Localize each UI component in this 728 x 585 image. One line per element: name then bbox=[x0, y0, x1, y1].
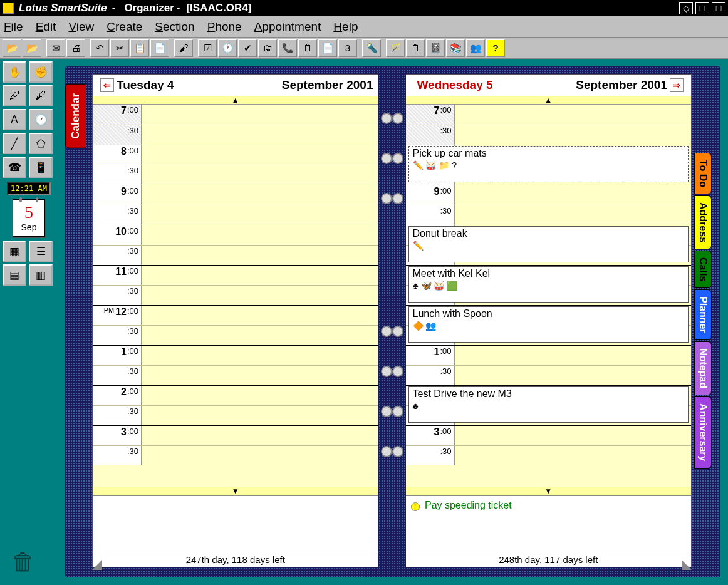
palette-modem-icon[interactable]: 📱 bbox=[29, 157, 53, 178]
palette-line-icon[interactable]: ╱ bbox=[3, 133, 26, 154]
slot-body[interactable] bbox=[455, 205, 692, 225]
toolbar-people-icon[interactable]: 👥 bbox=[466, 39, 485, 57]
menu-file[interactable]: File bbox=[4, 20, 23, 34]
palette-pen2-icon[interactable]: 🖋 bbox=[29, 85, 53, 106]
menu-create[interactable]: Create bbox=[107, 20, 142, 34]
tab-calls[interactable]: Calls bbox=[694, 251, 712, 288]
toolbar-open-folder2-icon[interactable]: 📂 bbox=[23, 39, 41, 57]
notes-area-left[interactable] bbox=[93, 495, 378, 552]
slot-body[interactable] bbox=[142, 326, 378, 345]
toolbar-undo-icon[interactable]: ↶ bbox=[90, 39, 109, 57]
slot-body[interactable] bbox=[142, 386, 378, 405]
note-text[interactable]: Pay speeding ticket bbox=[425, 500, 512, 510]
toolbar-brush-icon[interactable]: 🖌 bbox=[174, 39, 193, 57]
today-card[interactable]: 5 Sep bbox=[13, 199, 45, 237]
slot-body[interactable] bbox=[142, 165, 378, 185]
slot-body[interactable] bbox=[142, 306, 378, 325]
slot-body[interactable] bbox=[455, 366, 692, 385]
toolbar-checklist-icon[interactable]: ☑ bbox=[198, 39, 217, 57]
appointment[interactable]: Lunch with Spoon🔶 👥 bbox=[408, 306, 689, 343]
tab-address[interactable]: Address bbox=[694, 195, 712, 249]
palette-phone2-icon[interactable]: ☎ bbox=[3, 157, 26, 178]
toolbar-print-icon[interactable]: 🖨 bbox=[66, 39, 85, 57]
menu-phone[interactable]: Phone bbox=[207, 20, 242, 34]
toolbar-open-folder-icon[interactable]: 📂 bbox=[3, 39, 21, 57]
toolbar-flashlight-icon[interactable]: 🔦 bbox=[362, 39, 381, 57]
palette-view-detail-icon[interactable]: ▤ bbox=[3, 264, 26, 286]
notes-area-right[interactable]: ! Pay speeding ticket bbox=[406, 495, 692, 552]
toolbar-paste-icon[interactable]: 📄 bbox=[150, 39, 169, 57]
slot-body[interactable] bbox=[455, 125, 692, 145]
slot-body[interactable] bbox=[142, 225, 378, 245]
toolbar-props-icon[interactable]: 🗒 bbox=[298, 39, 317, 57]
slot-body[interactable] bbox=[142, 105, 378, 125]
palette-clock2-icon[interactable]: 🕐 bbox=[29, 109, 53, 130]
menu-edit[interactable]: Edit bbox=[36, 20, 56, 34]
palette-pen-icon[interactable]: 🖊 bbox=[3, 85, 26, 106]
palette-hand-grab-icon[interactable]: ✊ bbox=[29, 61, 53, 83]
tab-notepad[interactable]: Notepad bbox=[694, 341, 712, 395]
palette-view-grid-icon[interactable]: ▥ bbox=[29, 264, 53, 286]
slot-body[interactable] bbox=[455, 346, 692, 365]
menu-section[interactable]: Section bbox=[155, 20, 194, 34]
slot-body[interactable] bbox=[142, 346, 378, 365]
tab-planner[interactable]: Planner bbox=[694, 289, 712, 340]
palette-shape-icon[interactable]: ⬠ bbox=[29, 133, 53, 154]
toolbar-cut-icon[interactable]: ✂ bbox=[110, 39, 129, 57]
timeslots-left[interactable]: 7:00:308:00:309:00:3010:00:3011:00:30PM1… bbox=[93, 105, 378, 487]
appointment[interactable]: Donut break✏️ bbox=[408, 226, 689, 262]
slot-body[interactable] bbox=[142, 406, 378, 425]
toolbar-notepad-icon[interactable]: 🗒 bbox=[406, 39, 425, 57]
slot-body[interactable] bbox=[142, 246, 378, 265]
tab-to-do[interactable]: To Do bbox=[694, 153, 712, 194]
scroll-down-left[interactable]: ▼ bbox=[93, 487, 378, 495]
palette-view-icons-icon[interactable]: ▦ bbox=[3, 241, 26, 262]
slot-body[interactable] bbox=[455, 105, 692, 125]
appointment[interactable]: Pick up car mats✏️ 🥁 📁 ? bbox=[408, 146, 689, 182]
toolbar-notebook-icon[interactable]: 📓 bbox=[426, 39, 445, 57]
palette-page-a-icon[interactable]: A bbox=[3, 109, 26, 130]
slot-body[interactable] bbox=[142, 286, 378, 305]
timeslots-right[interactable]: 7:00:308:00:309:00:3010:00:3011:00:30PM1… bbox=[406, 105, 692, 487]
toolbar-checkmark-icon[interactable]: ✔ bbox=[238, 39, 257, 57]
toolbar-date3-icon[interactable]: 3 bbox=[338, 39, 357, 57]
menu-appointment[interactable]: Appointment bbox=[254, 20, 321, 34]
scroll-up-left[interactable]: ▲ bbox=[93, 96, 378, 105]
tab-anniversary[interactable]: Anniversary bbox=[694, 396, 712, 469]
toolbar-book-icon[interactable]: 📚 bbox=[446, 39, 465, 57]
slot-body[interactable] bbox=[142, 446, 378, 465]
palette-hand-open-icon[interactable]: ✋ bbox=[3, 61, 26, 83]
slot-body[interactable] bbox=[455, 426, 692, 445]
toolbar-page-icon[interactable]: 📄 bbox=[318, 39, 337, 57]
slot-body[interactable] bbox=[142, 366, 378, 385]
appointment[interactable]: Meet with Kel Kel♣ 🦋 🥁 🟩 bbox=[408, 266, 689, 303]
toolbar-wand-icon[interactable]: 🪄 bbox=[386, 39, 405, 57]
slot-body[interactable] bbox=[455, 185, 692, 205]
menu-help[interactable]: Help bbox=[333, 20, 358, 34]
appointment[interactable]: Test Drive the new M3♣ bbox=[408, 386, 689, 423]
minimize-button[interactable]: ◇ bbox=[679, 2, 693, 14]
palette-view-list-icon[interactable]: ☰ bbox=[29, 241, 53, 262]
menu-view[interactable]: View bbox=[68, 20, 94, 34]
slot-body[interactable] bbox=[142, 426, 378, 445]
slot-body[interactable] bbox=[142, 205, 378, 225]
toolbar-clock-icon[interactable]: 🕐 bbox=[218, 39, 237, 57]
scroll-down-right[interactable]: ▼ bbox=[406, 487, 692, 495]
tab-calendar[interactable]: Calendar bbox=[65, 84, 86, 148]
page-back-button[interactable]: ⇐ bbox=[100, 78, 114, 92]
toolbar-card-icon[interactable]: 🗂 bbox=[258, 39, 277, 57]
toolbar-mail-icon[interactable]: ✉ bbox=[46, 39, 65, 57]
close-button[interactable]: □ bbox=[712, 2, 725, 14]
slot-body[interactable] bbox=[142, 145, 378, 165]
scroll-up-right[interactable]: ▲ bbox=[406, 96, 692, 105]
page-corner-right[interactable] bbox=[682, 560, 692, 570]
toolbar-copy-icon[interactable]: 📋 bbox=[130, 39, 149, 57]
trash-icon[interactable]: 🗑 bbox=[11, 549, 40, 579]
page-corner-left[interactable] bbox=[92, 560, 102, 570]
slot-body[interactable] bbox=[455, 446, 692, 465]
slot-body[interactable] bbox=[142, 266, 378, 285]
page-forward-button[interactable]: ⇒ bbox=[670, 78, 684, 92]
maximize-button[interactable]: □ bbox=[695, 2, 709, 14]
slot-body[interactable] bbox=[142, 125, 378, 145]
slot-body[interactable] bbox=[142, 185, 378, 205]
